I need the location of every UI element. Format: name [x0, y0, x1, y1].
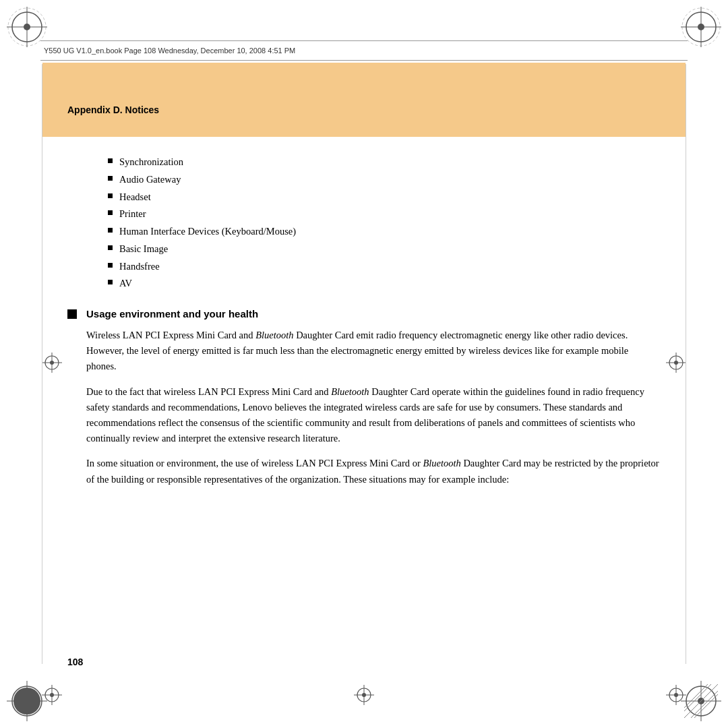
- bullet-square: [108, 193, 113, 198]
- list-item: AV: [108, 276, 661, 291]
- section-heading: Usage environment and your health: [67, 308, 661, 320]
- content-area: Synchronization Audio Gateway Headset Pr…: [67, 155, 661, 497]
- list-item-text: Human Interface Devices (Keyboard/Mouse): [119, 224, 296, 239]
- svg-point-14: [13, 688, 40, 715]
- page-container: Y550 UG V1.0_en.book Page 108 Wednesday,…: [0, 0, 728, 728]
- corner-mark-bl: [7, 681, 47, 721]
- list-item-text: Headset: [119, 190, 151, 205]
- bullet-square: [108, 228, 113, 233]
- section-heading-square: [67, 309, 77, 319]
- bullet-square: [108, 158, 113, 163]
- mid-right-cross: [666, 353, 686, 375]
- body-paragraph-2: Due to the fact that wireless LAN PCI Ex…: [86, 384, 661, 447]
- body-paragraph-3: In some situation or environment, the us…: [86, 456, 661, 487]
- bullet-square: [108, 280, 113, 284]
- list-item-text: AV: [119, 276, 132, 291]
- corner-mark-br: [681, 681, 721, 721]
- bottom-cross-right: [666, 685, 686, 708]
- body-paragraph-1: Wireless LAN PCI Express Mini Card and B…: [86, 328, 661, 375]
- bottom-cross-left: [42, 685, 62, 708]
- bullet-square: [108, 210, 113, 215]
- list-item-text: Printer: [119, 207, 146, 222]
- list-item-text: Handsfree: [119, 260, 160, 274]
- list-item: Headset: [108, 190, 661, 205]
- bottom-cross-center: [354, 685, 374, 708]
- appendix-title: Appendix D. Notices: [67, 104, 159, 115]
- section-heading-text: Usage environment and your health: [86, 308, 258, 320]
- bullet-square: [108, 263, 113, 268]
- list-item-text: Synchronization: [119, 155, 183, 170]
- bullet-square: [108, 245, 113, 250]
- mid-left-cross: [42, 353, 62, 375]
- list-item-text: Audio Gateway: [119, 173, 181, 187]
- list-item: Human Interface Devices (Keyboard/Mouse): [108, 224, 661, 239]
- list-item: Printer: [108, 207, 661, 222]
- list-item: Handsfree: [108, 260, 661, 274]
- list-item: Audio Gateway: [108, 173, 661, 187]
- list-item: Basic Image: [108, 242, 661, 257]
- list-item-text: Basic Image: [119, 242, 168, 257]
- bullet-list: Synchronization Audio Gateway Headset Pr…: [108, 155, 661, 291]
- side-mark-left: [42, 64, 42, 664]
- top-bar: Y550 UG V1.0_en.book Page 108 Wednesday,…: [40, 40, 688, 61]
- side-mark-right: [686, 64, 686, 664]
- header-section: [42, 63, 686, 137]
- bullet-square: [108, 176, 113, 181]
- top-bar-text: Y550 UG V1.0_en.book Page 108 Wednesday,…: [40, 47, 295, 55]
- list-item: Synchronization: [108, 155, 661, 170]
- page-number: 108: [67, 657, 83, 667]
